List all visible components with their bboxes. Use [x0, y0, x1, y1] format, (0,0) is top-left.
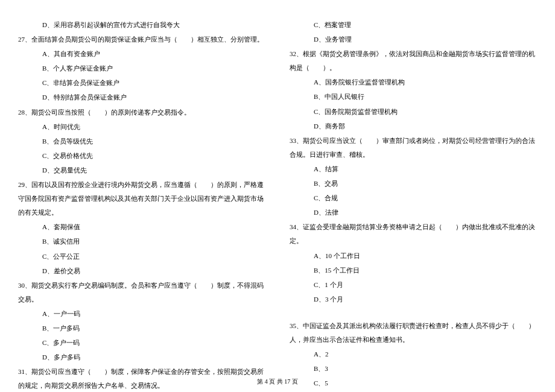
answer-option: C、非结算会员保证金账户 — [18, 76, 265, 90]
answer-option: A、一户一码 — [18, 307, 265, 321]
answer-option: C、合规 — [290, 191, 537, 205]
answer-option: B、一户多码 — [18, 321, 265, 335]
question-text: 28、期货公司应当按照（ ）的原则传递客户交易指令。 — [18, 106, 265, 119]
answer-option: A、时间优先 — [18, 120, 265, 134]
answer-option: D、采用容易引起误解的宣传方式进行自我夸大 — [18, 18, 265, 32]
answer-option: D、特别结算会员保证金账户 — [18, 90, 265, 104]
answer-option: D、法律 — [290, 206, 537, 220]
answer-option: D、交易量优先 — [18, 163, 265, 177]
answer-option: D、多户多码 — [18, 350, 265, 364]
answer-option: B、3 — [290, 362, 537, 376]
question-text: 34、证监会受理金融期货结算业务资格申请之日起（ ）内做出批准或不批准的决定。 — [290, 220, 537, 248]
answer-option: C、国务院期货监督管理机构 — [290, 105, 537, 119]
answer-option: B、交易 — [290, 177, 537, 191]
page-footer: 第 4 页 共 17 页 — [0, 378, 555, 386]
answer-option: C、交易价格优先 — [18, 149, 265, 163]
answer-option: C、1 个月 — [290, 278, 537, 292]
answer-option: B、15 个工作日 — [290, 264, 537, 277]
answer-option: B、会员等级优先 — [18, 134, 265, 148]
answer-option: D、商务部 — [290, 119, 537, 133]
answer-option: D、差价交易 — [18, 264, 265, 278]
answer-option: A、国务院银行业监督管理机构 — [290, 75, 537, 89]
question-text: 35、中国证监会及其派出机构依法履行职责进行检查时，检查人员不得少于（ ）人，并… — [290, 319, 537, 347]
question-text: 29、国有以及国有控股企业进行境内外期货交易，应当遵循（ ）的原则，严格遵守国务… — [18, 178, 265, 220]
answer-option: D、业务管理 — [290, 33, 537, 46]
answer-option: A、10 个工作日 — [290, 249, 537, 263]
answer-option: A、2 — [290, 347, 537, 361]
answer-option: B、中国人民银行 — [290, 90, 537, 104]
answer-option: A、套期保值 — [18, 220, 265, 234]
document-content: D、采用容易引起误解的宣传方式进行自我夸大27、全面结算会员期货公司的期货保证金… — [18, 18, 537, 368]
answer-option: C、多户一码 — [18, 336, 265, 350]
answer-option: B、个人客户保证金账户 — [18, 62, 265, 75]
right-column: C、档案管理D、业务管理32、根据《期货交易管理条例》，依法对我国商品和金融期货… — [290, 18, 537, 368]
answer-option: C、档案管理 — [290, 18, 537, 32]
question-text: 30、期货交易实行客户交易编码制度。会员和客户应当遵守（ ）制度，不得混码交易。 — [18, 279, 265, 306]
answer-option: C、公平公正 — [18, 250, 265, 264]
question-text: 33、期货公司应当设立（ ）审查部门或者岗位，对期货公司经营管理行为的合法合规。… — [290, 134, 537, 162]
question-text: 27、全面结算会员期货公司的期货保证金账户应当与（ ）相互独立、分别管理。 — [18, 33, 265, 46]
left-column: D、采用容易引起误解的宣传方式进行自我夸大27、全面结算会员期货公司的期货保证金… — [18, 18, 265, 368]
answer-option: B、诚实信用 — [18, 235, 265, 248]
question-text: 32、根据《期货交易管理条例》，依法对我国商品和金融期货市场实行监督管理的机构是… — [290, 47, 537, 75]
answer-option: A、结算 — [290, 162, 537, 176]
answer-option: D、3 个月 — [290, 292, 537, 306]
answer-option: A、其自有资金账户 — [18, 47, 265, 61]
